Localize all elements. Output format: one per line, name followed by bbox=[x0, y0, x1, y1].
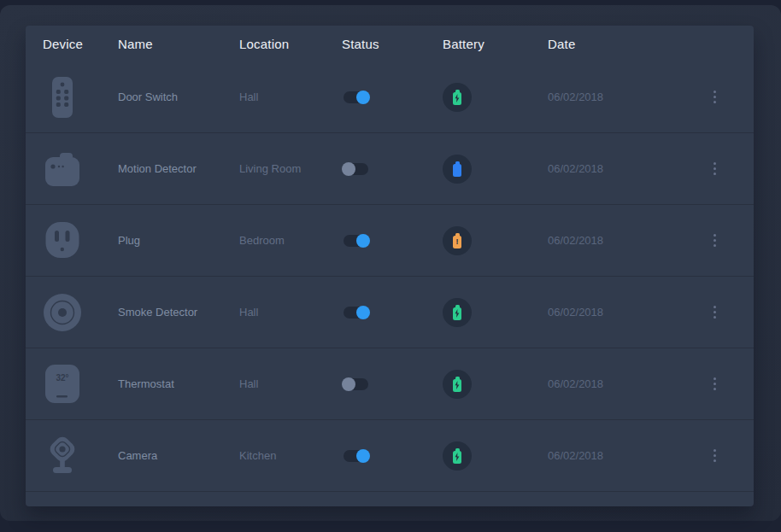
toggle-knob bbox=[356, 234, 370, 248]
kebab-dot bbox=[713, 316, 716, 319]
kebab-dot bbox=[713, 388, 716, 390]
device-date: 06/02/2018 bbox=[548, 234, 693, 247]
row-menu-button[interactable] bbox=[707, 85, 723, 108]
device-location: Bedroom bbox=[239, 234, 342, 247]
device-date: 06/02/2018 bbox=[548, 91, 693, 103]
kebab-dot bbox=[713, 96, 716, 98]
kebab-dot bbox=[713, 101, 716, 103]
thermostat-icon: 32° bbox=[43, 361, 82, 407]
column-header-date: Date bbox=[548, 37, 693, 51]
svg-text:32°: 32° bbox=[56, 372, 68, 382]
toggle-knob bbox=[342, 162, 355, 176]
status-toggle[interactable] bbox=[344, 450, 368, 462]
device-name: Thermostat bbox=[118, 377, 239, 390]
device-location: Hall bbox=[239, 306, 342, 319]
column-header-device: Device bbox=[43, 37, 118, 51]
device-location: Hall bbox=[239, 377, 342, 390]
battery-status-icon: ! bbox=[443, 226, 472, 255]
device-icon-cell bbox=[43, 433, 118, 479]
battery-status-icon: ! bbox=[443, 298, 472, 327]
device-table-body: Door Switch Hall ! 06/02/2018 bbox=[26, 61, 754, 492]
table-row: Plug Bedroom ! 06/02/2018 bbox=[26, 205, 754, 277]
battery-glyph-icon: ! bbox=[453, 164, 461, 177]
column-header-status: Status bbox=[342, 37, 443, 51]
battery-status-icon: ! bbox=[443, 83, 472, 112]
column-header-battery: Battery bbox=[443, 37, 548, 51]
plug-icon bbox=[43, 218, 82, 264]
device-location: Kitchen bbox=[239, 449, 342, 462]
battery-glyph-icon: ! bbox=[453, 236, 461, 248]
table-header-row: Device Name Location Status Battery Date bbox=[26, 26, 754, 61]
battery-glyph-icon: ! bbox=[453, 379, 461, 392]
device-location: Hall bbox=[239, 91, 342, 103]
charging-bolt-icon bbox=[453, 379, 461, 392]
table-row: Smoke Detector Hall ! 06/02/2018 bbox=[26, 277, 754, 348]
device-date: 06/02/2018 bbox=[548, 377, 693, 390]
door-switch-icon bbox=[43, 74, 82, 120]
kebab-dot bbox=[713, 459, 716, 462]
kebab-dot bbox=[713, 454, 716, 457]
kebab-dot bbox=[713, 383, 716, 385]
row-menu-button[interactable] bbox=[707, 372, 723, 395]
toggle-knob bbox=[342, 377, 355, 391]
battery-glyph-icon: ! bbox=[453, 92, 461, 105]
charging-bolt-icon bbox=[453, 451, 461, 464]
status-toggle[interactable] bbox=[344, 163, 368, 175]
toggle-knob bbox=[356, 449, 370, 463]
device-name: Smoke Detector bbox=[118, 306, 239, 319]
devices-table-card: Device Name Location Status Battery Date bbox=[26, 26, 754, 506]
kebab-dot bbox=[713, 306, 716, 308]
kebab-dot bbox=[713, 234, 716, 237]
row-menu-button[interactable] bbox=[707, 229, 723, 252]
kebab-dot bbox=[713, 91, 716, 93]
status-toggle[interactable] bbox=[344, 378, 368, 390]
column-header-name: Name bbox=[118, 37, 239, 51]
camera-icon bbox=[43, 433, 82, 479]
low-battery-mark: ! bbox=[453, 236, 461, 248]
kebab-dot bbox=[713, 377, 716, 380]
table-row: Door Switch Hall ! 06/02/2018 bbox=[26, 61, 754, 133]
device-name: Camera bbox=[118, 449, 239, 462]
battery-status-icon: ! bbox=[443, 370, 472, 399]
device-name: Door Switch bbox=[118, 91, 239, 103]
device-location: Living Room bbox=[239, 162, 342, 175]
charging-bolt-icon bbox=[453, 307, 461, 320]
device-date: 06/02/2018 bbox=[548, 162, 693, 175]
device-name: Plug bbox=[118, 234, 239, 247]
device-date: 06/02/2018 bbox=[548, 306, 693, 319]
battery-status-icon: ! bbox=[443, 441, 472, 471]
battery-status-icon: ! bbox=[443, 155, 472, 184]
device-icon-cell bbox=[43, 289, 118, 336]
toggle-knob bbox=[356, 306, 370, 319]
status-toggle[interactable] bbox=[344, 307, 368, 319]
smoke-detector-icon bbox=[43, 289, 82, 336]
kebab-dot bbox=[713, 244, 716, 247]
row-menu-button[interactable] bbox=[707, 157, 723, 180]
table-row: Camera Kitchen ! 06/02/2018 bbox=[26, 420, 754, 492]
kebab-dot bbox=[713, 162, 716, 165]
device-icon-cell bbox=[43, 74, 118, 120]
table-row: 32° Thermostat Hall ! 06/02/2018 bbox=[26, 348, 754, 420]
kebab-dot bbox=[713, 167, 716, 170]
status-toggle[interactable] bbox=[344, 235, 368, 247]
device-date: 06/02/2018 bbox=[548, 449, 693, 462]
kebab-dot bbox=[713, 311, 716, 313]
kebab-dot bbox=[713, 239, 716, 242]
status-toggle[interactable] bbox=[344, 91, 368, 103]
battery-glyph-icon: ! bbox=[453, 307, 461, 320]
device-icon-cell bbox=[43, 146, 118, 192]
device-name: Motion Detector bbox=[118, 162, 239, 175]
battery-glyph-icon: ! bbox=[453, 451, 461, 464]
toggle-knob bbox=[356, 91, 370, 104]
kebab-dot bbox=[713, 172, 716, 175]
row-menu-button[interactable] bbox=[707, 301, 723, 324]
row-menu-button[interactable] bbox=[707, 444, 723, 467]
table-row: Motion Detector Living Room ! 06/02/2018 bbox=[26, 133, 754, 205]
column-header-location: Location bbox=[239, 37, 342, 51]
motion-detector-icon bbox=[43, 146, 82, 192]
page-surface: Device Name Location Status Battery Date bbox=[0, 5, 781, 521]
device-icon-cell: 32° bbox=[43, 361, 118, 407]
kebab-dot bbox=[713, 449, 716, 452]
charging-bolt-icon bbox=[453, 92, 461, 105]
device-icon-cell bbox=[43, 218, 118, 264]
